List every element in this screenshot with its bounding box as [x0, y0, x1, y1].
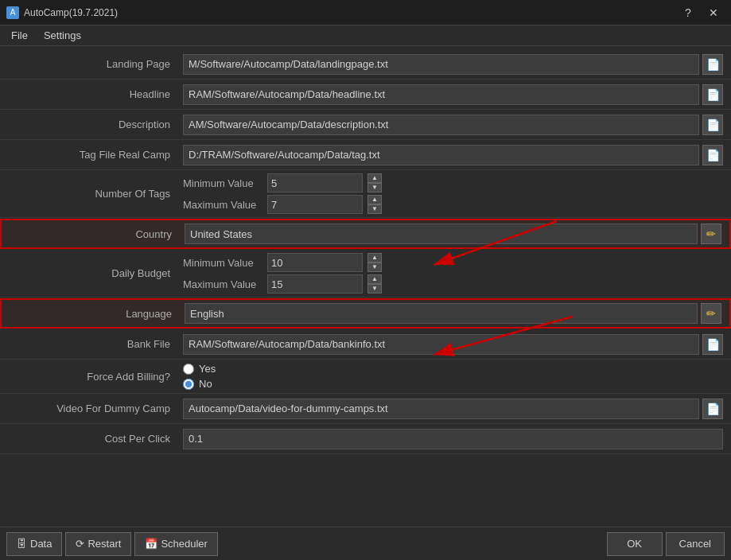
country-label: Country: [10, 228, 185, 240]
menu-file[interactable]: File: [3, 28, 36, 43]
video-dummy-label: Video For Dummy Camp: [8, 402, 183, 414]
force-add-billing-yes-label: Yes: [199, 363, 216, 375]
daily-budget-max-up[interactable]: ▲: [367, 274, 382, 284]
number-of-tags-max-label: Maximum Value: [183, 199, 262, 211]
number-of-tags-min-up[interactable]: ▲: [367, 173, 382, 183]
description-row: Description 📄: [0, 110, 731, 140]
force-add-billing-control: Yes No: [183, 363, 723, 390]
daily-budget-max-down[interactable]: ▼: [367, 284, 382, 294]
scheduler-button[interactable]: 📅 Scheduler: [134, 532, 218, 556]
close-button[interactable]: ✕: [702, 4, 725, 21]
landing-page-row: Landing Page 📄: [0, 49, 731, 80]
tag-file-control: 📄: [183, 145, 723, 165]
force-add-billing-no-radio[interactable]: [183, 379, 194, 390]
form-section: Landing Page 📄 Headline 📄 Description 📄: [0, 46, 731, 457]
number-of-tags-min-down[interactable]: ▼: [367, 183, 382, 192]
number-of-tags-max-input[interactable]: [267, 195, 363, 214]
cancel-button[interactable]: Cancel: [666, 532, 725, 556]
language-edit-btn[interactable]: ✏: [701, 303, 721, 324]
number-of-tags-max-down[interactable]: ▼: [367, 204, 382, 214]
menu-settings[interactable]: Settings: [36, 28, 89, 43]
help-button[interactable]: ?: [677, 4, 699, 21]
headline-file-btn[interactable]: 📄: [702, 84, 723, 105]
number-of-tags-min-row: Minimum Value ▲ ▼: [183, 173, 382, 192]
language-label: Language: [10, 308, 185, 320]
daily-budget-max-arrows: ▲ ▼: [367, 274, 382, 294]
bank-file-input[interactable]: [183, 334, 699, 355]
headline-control: 📄: [183, 84, 723, 105]
headline-input[interactable]: [183, 84, 699, 105]
ok-button[interactable]: OK: [607, 532, 663, 556]
country-input[interactable]: [185, 224, 698, 244]
number-of-tags-min-arrows: ▲ ▼: [367, 173, 382, 192]
number-of-tags-control: Minimum Value ▲ ▼ Maximum Value ▲ ▼: [183, 173, 723, 214]
cost-per-click-label: Cost Per Click: [8, 433, 183, 445]
video-dummy-row: Video For Dummy Camp 📄: [0, 394, 731, 424]
bank-file-label: Bank File: [8, 338, 183, 350]
daily-budget-spinbox-group: Minimum Value ▲ ▼ Maximum Value ▲ ▼: [183, 253, 382, 294]
daily-budget-min-arrows: ▲ ▼: [367, 253, 382, 272]
video-dummy-file-btn[interactable]: 📄: [702, 399, 723, 419]
number-of-tags-spinbox-group: Minimum Value ▲ ▼ Maximum Value ▲ ▼: [183, 173, 382, 214]
landing-page-input[interactable]: [183, 54, 699, 75]
tag-file-label: Tag File Real Camp: [8, 149, 183, 161]
force-add-billing-label: Force Add Billing?: [8, 371, 183, 383]
country-edit-btn[interactable]: ✏: [701, 224, 721, 244]
number-of-tags-max-row: Maximum Value ▲ ▼: [183, 195, 382, 214]
app-icon: A: [6, 6, 19, 19]
description-input[interactable]: [183, 115, 699, 135]
force-add-billing-no-row: No: [183, 378, 216, 390]
number-of-tags-label: Number Of Tags: [8, 188, 183, 200]
daily-budget-control: Minimum Value ▲ ▼ Maximum Value ▲ ▼: [183, 253, 723, 294]
description-file-btn[interactable]: 📄: [702, 115, 723, 135]
daily-budget-min-up[interactable]: ▲: [367, 253, 382, 262]
force-add-billing-row: Force Add Billing? Yes No: [0, 360, 731, 394]
daily-budget-row: Daily Budget Minimum Value ▲ ▼ Maximum V…: [0, 250, 731, 298]
tag-file-row: Tag File Real Camp 📄: [0, 140, 731, 170]
title-bar: A AutoCamp(19.7.2021) ? ✕: [0, 0, 731, 25]
description-label: Description: [8, 119, 183, 130]
force-add-billing-no-label: No: [199, 378, 212, 390]
daily-budget-max-label: Maximum Value: [183, 278, 262, 290]
daily-budget-min-row: Minimum Value ▲ ▼: [183, 253, 382, 272]
headline-label: Headline: [8, 88, 183, 100]
daily-budget-max-input[interactable]: [267, 274, 363, 294]
cost-per-click-control: [183, 429, 723, 449]
restart-button[interactable]: ⟳ Restart: [65, 532, 131, 556]
bank-file-file-btn[interactable]: 📄: [702, 334, 723, 355]
video-dummy-input[interactable]: [183, 399, 699, 419]
tag-file-input[interactable]: [183, 145, 699, 165]
window-controls: ? ✕: [677, 4, 725, 21]
data-button-label: Data: [30, 538, 52, 550]
number-of-tags-row: Number Of Tags Minimum Value ▲ ▼ Maximum…: [0, 170, 731, 218]
country-row: Country ✏: [0, 219, 731, 249]
landing-page-file-btn[interactable]: 📄: [702, 54, 723, 75]
force-add-billing-yes-radio[interactable]: [183, 364, 194, 375]
cost-per-click-input[interactable]: [183, 429, 723, 449]
menu-bar: File Settings: [0, 25, 731, 46]
number-of-tags-min-input[interactable]: [267, 173, 363, 192]
landing-page-control: 📄: [183, 54, 723, 75]
number-of-tags-max-arrows: ▲ ▼: [367, 195, 382, 214]
restart-icon: ⟳: [76, 538, 84, 550]
number-of-tags-min-label: Minimum Value: [183, 177, 262, 189]
headline-row: Headline 📄: [0, 80, 731, 110]
landing-page-label: Landing Page: [8, 58, 183, 70]
language-input[interactable]: [185, 303, 698, 324]
tag-file-file-btn[interactable]: 📄: [702, 145, 723, 165]
description-control: 📄: [183, 115, 723, 135]
cost-per-click-row: Cost Per Click: [0, 424, 731, 454]
bottom-bar: 🗄 Data ⟳ Restart 📅 Scheduler OK Cancel: [0, 527, 731, 560]
database-icon: 🗄: [17, 538, 27, 550]
daily-budget-min-label: Minimum Value: [183, 257, 262, 269]
main-content: Landing Page 📄 Headline 📄 Description 📄: [0, 46, 731, 527]
country-control: ✏: [185, 224, 721, 244]
daily-budget-min-down[interactable]: ▼: [367, 262, 382, 272]
bank-file-row: Bank File 📄: [0, 329, 731, 360]
data-button[interactable]: 🗄 Data: [6, 532, 62, 556]
number-of-tags-max-up[interactable]: ▲: [367, 195, 382, 204]
bank-file-control: 📄: [183, 334, 723, 355]
daily-budget-min-input[interactable]: [267, 253, 363, 272]
video-dummy-control: 📄: [183, 399, 723, 419]
restart-button-label: Restart: [87, 538, 121, 550]
